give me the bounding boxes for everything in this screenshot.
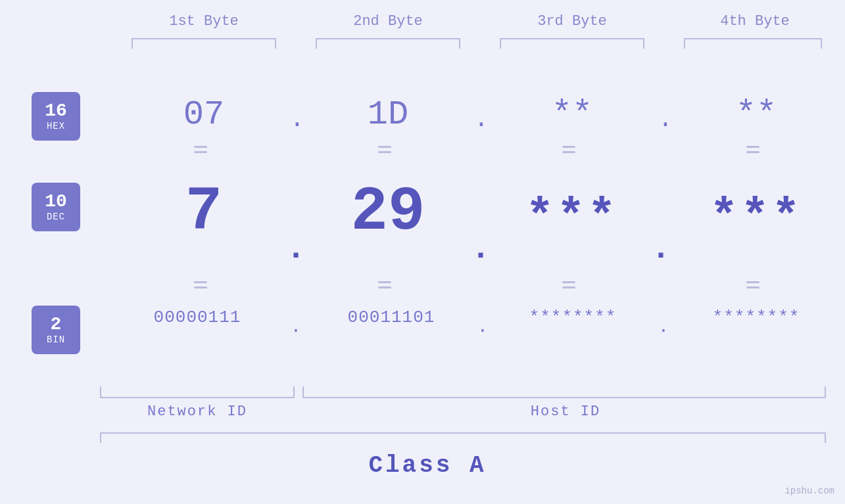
bin-byte-2: 00011101 (302, 308, 480, 327)
hex-byte-2: 1D (316, 95, 460, 134)
dec-byte-4: *** (677, 191, 835, 244)
bottom-bracket-network (100, 386, 295, 398)
dec-dot-2: . (464, 230, 497, 267)
top-bracket-1 (132, 38, 276, 49)
bin-byte-1: 00000111 (100, 308, 295, 327)
equals-7 (562, 281, 575, 288)
hex-badge: 16 HEX (32, 92, 80, 141)
equals-6 (378, 281, 391, 288)
hex-dot-2: . (468, 105, 495, 133)
equals-1 (194, 146, 207, 153)
bin-dot-3: . (654, 317, 673, 337)
hex-dot-1: . (284, 105, 310, 133)
dec-byte-2: 29 (309, 177, 467, 247)
bottom-bracket-host (302, 386, 826, 398)
top-bracket-3 (500, 38, 644, 49)
equals-4 (746, 146, 760, 153)
byte-2-header: 2nd Byte (316, 13, 460, 30)
dec-dot-3: . (651, 230, 671, 267)
bin-byte-3: ******** (488, 308, 658, 327)
host-id-label: Host ID (500, 403, 631, 420)
class-bracket (100, 432, 826, 443)
class-label: Class A (296, 452, 559, 479)
dec-byte-1: 7 (125, 177, 283, 247)
equals-8 (746, 281, 760, 288)
bin-badge: 2 BIN (32, 306, 80, 354)
top-bracket-4 (684, 38, 822, 49)
byte-3-header: 3rd Byte (500, 13, 644, 30)
byte-1-header: 1st Byte (132, 13, 276, 30)
hex-byte-4: ** (684, 95, 829, 134)
watermark: ipshu.com (785, 486, 834, 496)
hex-dot-3: . (652, 105, 679, 133)
equals-5 (194, 281, 207, 288)
dec-dot-1: . (279, 230, 312, 267)
equals-2 (378, 146, 391, 153)
dec-byte-3: *** (493, 191, 651, 244)
equals-3 (562, 146, 575, 153)
hex-byte-1: 07 (132, 95, 276, 134)
dec-badge: 10 DEC (32, 183, 80, 231)
page: 1st Byte 2nd Byte 3rd Byte 4th Byte 16 H… (0, 0, 845, 504)
bin-byte-4: ******** (677, 308, 835, 327)
top-bracket-2 (316, 38, 460, 49)
hex-byte-3: ** (500, 95, 644, 134)
byte-4-header: 4th Byte (683, 13, 827, 30)
network-id-label: Network ID (118, 403, 276, 420)
